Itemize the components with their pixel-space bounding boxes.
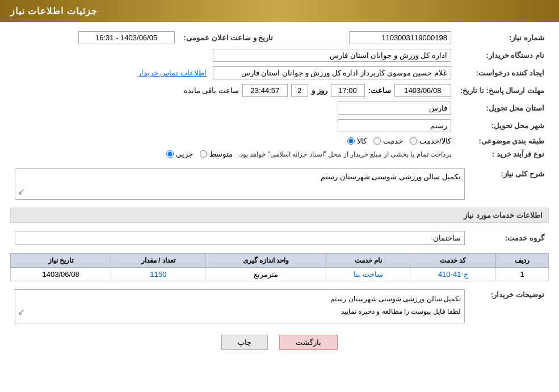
col-header-unit: واحد اندازه گیری bbox=[205, 254, 326, 268]
col-header-code: کد خدمت bbox=[410, 254, 496, 268]
cell-quantity: 1150 bbox=[111, 268, 205, 281]
cell-row: 1 bbox=[496, 268, 549, 281]
process-option-jozi: جزیی bbox=[166, 150, 193, 158]
requester-value: غلام حسین موسوی کاربرداز اداره کل ورزش و… bbox=[213, 66, 451, 79]
services-section-title: اطلاعات خدمات مورد نیاز bbox=[10, 208, 549, 223]
requester-label: ایجاد کننده درخواست: bbox=[456, 64, 549, 82]
need-description-label: شرح کلی نیاز: bbox=[469, 166, 549, 202]
button-row: بازگشت چاپ bbox=[10, 335, 549, 350]
print-button[interactable]: چاپ bbox=[221, 335, 268, 350]
process-radio-jozi[interactable] bbox=[166, 150, 174, 158]
process-label-jozi: جزیی bbox=[176, 150, 193, 158]
city-label: شهر محل تحویل: bbox=[456, 117, 549, 134]
remaining-label: ساعت باقی مانده bbox=[184, 86, 239, 95]
col-header-row: ردیف bbox=[496, 254, 549, 268]
cell-unit: مترمربع bbox=[205, 268, 326, 281]
process-radio-motavasset[interactable] bbox=[200, 150, 207, 158]
category-label-khedmat: خدمت bbox=[383, 137, 403, 145]
page-wrapper: جزئیات اطلاعات نیاز شماره نیاز: 11030031… bbox=[0, 0, 559, 392]
process-label: نوع فرآیند خرید : bbox=[456, 147, 549, 161]
process-radio-group: متوسط جزیی bbox=[166, 150, 233, 158]
announce-datetime-value: 1403/06/05 - 16:31 bbox=[78, 31, 175, 44]
services-data-table: ردیف کد خدمت نام خدمت واحد اندازه گیری ت… bbox=[10, 253, 549, 281]
cell-name: ساخت بنا bbox=[326, 268, 410, 281]
need-number-value: 1103003119000198 bbox=[349, 31, 451, 44]
province-cell: فارس bbox=[10, 99, 456, 117]
announce-datetime-cell: 1403/06/05 - 16:31 bbox=[10, 29, 179, 47]
process-description: پرداخت تمام یا بخشی از مبلغ خریدار از مح… bbox=[238, 150, 451, 158]
page-header: جزئیات اطلاعات نیاز bbox=[0, 0, 559, 22]
deadline-date: 1403/06/08 bbox=[394, 84, 451, 97]
buyer-org-value: اداره کل ورزش و جوانان استان فارس bbox=[213, 49, 451, 62]
category-label-kala: کالا bbox=[357, 137, 367, 145]
deadline-days-label: روز و bbox=[312, 86, 327, 95]
buyer-notes-cell: تکمیل سالن ورزشی شوستی شهرستان رستم لطفا… bbox=[10, 287, 469, 326]
category-radio-khedmat[interactable] bbox=[373, 137, 381, 145]
resize-handle-icon-2: ↙ bbox=[18, 304, 25, 321]
buyer-org-cell: اداره کل ورزش و جوانان استان فارس bbox=[10, 47, 456, 64]
remaining-time: 23:44:57 bbox=[242, 84, 288, 97]
back-button[interactable]: بازگشت bbox=[279, 335, 338, 350]
province-label: استان محل تحویل: bbox=[456, 99, 549, 117]
col-header-date: تاریخ نیاز bbox=[11, 254, 111, 268]
table-row: 1 ج-41-410 ساخت بنا مترمربع 1150 1403/06… bbox=[11, 268, 549, 281]
basic-info-table: شماره نیاز: 1103003119000198 تاریخ و ساع… bbox=[10, 29, 549, 161]
deadline-time-label: ساعت: bbox=[368, 86, 391, 95]
cell-code: ج-41-410 bbox=[410, 268, 496, 281]
col-header-name: نام خدمت bbox=[326, 254, 410, 268]
service-group-value: ساختمان bbox=[15, 231, 465, 245]
process-label-motavasset: متوسط bbox=[209, 150, 233, 158]
service-group-cell: ساختمان bbox=[10, 229, 469, 247]
category-option-kala: کالا bbox=[347, 137, 367, 145]
buyer-notes-label: توضیحات خریدار: bbox=[469, 287, 549, 326]
deadline-time: 17:00 bbox=[331, 84, 365, 97]
city-cell: رستم bbox=[10, 117, 456, 134]
need-description-cell: تکمیل سالن ورزشی شوستی شهرستان رستم ↙ bbox=[10, 166, 469, 202]
province-value: فارس bbox=[338, 102, 451, 115]
page-title: جزئیات اطلاعات نیاز bbox=[10, 6, 98, 16]
category-label-kala-khedmat: کالا/خدمت bbox=[419, 137, 451, 145]
col-header-qty: تعداد / مقدار bbox=[111, 254, 205, 268]
need-number-cell: 1103003119000198 bbox=[278, 29, 456, 47]
service-group-table: گروه خدمت: ساختمان bbox=[10, 229, 549, 247]
contact-link[interactable]: اطلاعات تماس خریدار bbox=[138, 69, 207, 77]
process-cell: پرداخت تمام یا بخشی از مبلغ خریدار از مح… bbox=[10, 147, 456, 161]
deadline-cell: 1403/06/08 ساعت: 17:00 روز و 2 23:44:57 … bbox=[10, 82, 456, 99]
category-label: طبقه بندی موضوعی: bbox=[456, 134, 549, 147]
need-number-label: شماره نیاز: bbox=[456, 29, 549, 47]
category-radio-kala[interactable] bbox=[347, 137, 355, 145]
need-description-value: تکمیل سالن ورزشی شوستی شهرستان رستم bbox=[321, 172, 461, 181]
buyer-notes-box: تکمیل سالن ورزشی شوستی شهرستان رستم لطفا… bbox=[15, 289, 465, 323]
service-group-label: گروه خدمت: bbox=[469, 229, 549, 247]
category-option-khedmat: خدمت bbox=[373, 137, 403, 145]
buyer-notes-table: توضیحات خریدار: تکمیل سالن ورزشی شوستی ش… bbox=[10, 287, 549, 326]
buyer-notes-line1: تکمیل سالن ورزشی شوستی شهرستان رستم bbox=[19, 293, 461, 306]
cell-date: 1403/06/08 bbox=[11, 268, 111, 281]
city-value: رستم bbox=[338, 119, 451, 132]
category-radio-group: کالا/خدمت خدمت کالا bbox=[347, 137, 451, 145]
buyer-org-label: نام دستگاه خریدار: bbox=[456, 47, 549, 64]
deadline-days: 2 bbox=[291, 84, 308, 97]
category-cell: کالا/خدمت خدمت کالا bbox=[10, 134, 456, 147]
process-option-motavasset: متوسط bbox=[200, 150, 233, 158]
need-description-box: تکمیل سالن ورزشی شوستی شهرستان رستم ↙ bbox=[15, 168, 465, 200]
need-desc-table: شرح کلی نیاز: تکمیل سالن ورزشی شوستی شهر… bbox=[10, 166, 549, 202]
category-option-kala-khedmat: کالا/خدمت bbox=[410, 137, 451, 145]
announce-datetime-label: تاریخ و ساعت اعلان عمومی: bbox=[179, 29, 278, 47]
category-radio-kala-khedmat[interactable] bbox=[410, 137, 417, 145]
buyer-notes-line2: لطفا فایل پیوست را مطالعه و ذخیره نمایید bbox=[19, 306, 461, 318]
requester-cell: غلام حسین موسوی کاربرداز اداره کل ورزش و… bbox=[10, 64, 456, 82]
deadline-label: مهلت ارسال پاسخ: تا تاریخ: bbox=[456, 82, 549, 99]
resize-handle-icon: ↙ bbox=[18, 186, 25, 197]
main-content: شماره نیاز: 1103003119000198 تاریخ و ساع… bbox=[0, 22, 559, 363]
